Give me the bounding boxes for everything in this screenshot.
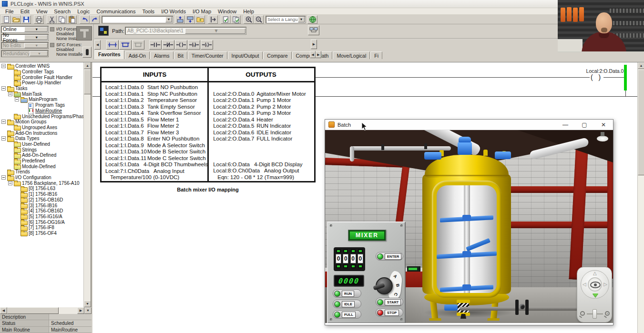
- menu-item-i-o-worlds[interactable]: I/O Worlds: [158, 9, 189, 14]
- bcd-thumbwheel[interactable]: 0000: [334, 247, 365, 271]
- tree-item[interactable]: Trends: [0, 169, 84, 175]
- path-combo-arrow-icon[interactable]: ▼: [185, 28, 245, 34]
- digit-up-button[interactable]: [358, 249, 363, 253]
- thumbwheel-digit[interactable]: 0: [358, 249, 363, 269]
- selector-knob[interactable]: [376, 277, 393, 294]
- tree-item[interactable]: MainTask: [0, 91, 84, 97]
- maximize-icon[interactable]: ▢: [575, 120, 594, 130]
- ote-coil-symbol[interactable]: ( ): [590, 73, 603, 81]
- camera-navigation-pad[interactable]: △ ◁ ▷ - +: [577, 267, 612, 323]
- menu-item-view[interactable]: View: [33, 9, 51, 14]
- collapse-icon[interactable]: [8, 181, 12, 185]
- chevron-down-icon[interactable]: ▼: [30, 51, 48, 56]
- language-select[interactable]: Select a Language...▼: [266, 16, 306, 23]
- thumbwheel-digit[interactable]: 0: [336, 249, 341, 269]
- upload-controller-icon[interactable]: [175, 15, 185, 24]
- tree-item[interactable]: Program Tags: [0, 102, 84, 108]
- tab-input-output[interactable]: Input/Output: [228, 51, 263, 59]
- xic-contact-button[interactable]: [149, 40, 162, 50]
- language-globe-icon[interactable]: [307, 15, 317, 24]
- start-button[interactable]: START: [376, 298, 403, 306]
- xio-contact-button[interactable]: [162, 40, 174, 50]
- chevron-down-icon[interactable]: ▼: [24, 27, 48, 32]
- run-indicator[interactable]: RUN: [333, 289, 361, 298]
- menu-item-logic[interactable]: Logic: [74, 9, 93, 14]
- menu-item-file[interactable]: File: [2, 9, 17, 14]
- cut-icon[interactable]: [47, 15, 57, 24]
- pan-down-icon[interactable]: [593, 293, 598, 297]
- otl-coil-button[interactable]: L: [201, 40, 213, 50]
- path-combo[interactable]: AB_PCIC-1\3\Backplane\1 ▼: [125, 27, 246, 35]
- tab-move-logical[interactable]: Move/Logical: [333, 51, 370, 59]
- who-active-icon[interactable]: [308, 25, 319, 35]
- save-icon[interactable]: [21, 15, 31, 24]
- open-logic-folder-icon[interactable]: [195, 15, 205, 24]
- chevron-down-icon[interactable]: ▼: [24, 35, 48, 40]
- menu-item-window[interactable]: Window: [215, 9, 240, 14]
- digit-down-button[interactable]: [358, 264, 363, 268]
- eye-icon[interactable]: [590, 282, 601, 288]
- tree-item[interactable]: [5] 1756-IG16/A: [0, 214, 84, 220]
- scroll-up-icon[interactable]: ▲: [84, 62, 91, 69]
- tab-timer-counter[interactable]: Timer/Counter: [188, 51, 227, 59]
- tree-item[interactable]: [2] 1756-OB16D: [0, 197, 84, 203]
- idle-indicator[interactable]: IDLE: [333, 300, 361, 308]
- collapse-icon[interactable]: [1, 175, 6, 180]
- zoom-out-icon[interactable]: -: [580, 311, 585, 316]
- enter-button[interactable]: ENTER: [376, 252, 403, 261]
- scroll-right-icon[interactable]: ▶: [77, 307, 84, 314]
- combo-arrow-icon[interactable]: ▼: [298, 17, 305, 22]
- camera-dpad[interactable]: △ ◁ ▷: [581, 270, 609, 299]
- pan-right-icon[interactable]: ▷: [603, 282, 607, 287]
- tree-item[interactable]: MainProgram: [0, 97, 84, 102]
- tree-item[interactable]: Controller WNIS: [0, 63, 84, 69]
- digit-down-button[interactable]: [351, 264, 356, 268]
- menu-item-search[interactable]: Search: [51, 9, 74, 14]
- tab-scroll-left-icon[interactable]: ◀: [310, 51, 316, 58]
- tree-item[interactable]: User-Defined: [0, 141, 84, 147]
- collapse-icon[interactable]: [1, 136, 6, 141]
- redo-icon[interactable]: [90, 15, 100, 24]
- pan-up-icon[interactable]: △: [593, 271, 597, 276]
- new-rung-button[interactable]: [106, 40, 119, 50]
- panel-menu-icon[interactable]: ▼: [84, 307, 92, 314]
- collapse-icon[interactable]: [1, 86, 6, 91]
- zoom-slider-thumb[interactable]: [593, 309, 597, 319]
- verify-project-icon[interactable]: [231, 15, 241, 24]
- full-indicator[interactable]: FULL: [333, 310, 361, 319]
- tree-item[interactable]: Ungrouped Axes: [0, 125, 84, 131]
- download-controller-icon[interactable]: [185, 15, 195, 24]
- ote-coil-button[interactable]: [175, 40, 187, 50]
- scroll-up-icon[interactable]: ▲: [638, 62, 644, 69]
- menu-item-i-o-map[interactable]: I/O Map: [189, 9, 215, 14]
- tree-item[interactable]: [7] 1756-IF8: [0, 225, 84, 231]
- menu-item-tools[interactable]: Tools: [139, 9, 158, 14]
- scrollbar-thumb[interactable]: [638, 70, 644, 175]
- digit-down-button[interactable]: [343, 264, 348, 268]
- collapse-icon[interactable]: [15, 97, 19, 101]
- tree-item[interactable]: MainRoutine: [0, 108, 84, 114]
- collapse-icon[interactable]: [8, 92, 12, 96]
- scroll-down-icon[interactable]: ▼: [84, 301, 91, 307]
- mode-selector[interactable]: A B C: [375, 271, 403, 302]
- tree-item[interactable]: Add-On-Defined: [0, 152, 84, 158]
- ladder-vertical-scrollbar[interactable]: ▲: [637, 62, 644, 333]
- instruction-search-combo[interactable]: ▼: [102, 16, 173, 23]
- scrollbar-thumb[interactable]: [7, 307, 59, 314]
- tree-item[interactable]: [1] 1756-IB16: [0, 192, 84, 197]
- io-forces-indicator[interactable]: [50, 27, 54, 31]
- digit-down-button[interactable]: [336, 264, 341, 268]
- zoom-in-icon[interactable]: [244, 15, 254, 24]
- tree-item[interactable]: Predefined: [0, 158, 84, 164]
- collapse-icon[interactable]: [1, 120, 6, 124]
- digit-up-button[interactable]: [336, 249, 341, 253]
- tree-item[interactable]: Motion Groups: [0, 119, 84, 125]
- digit-up-button[interactable]: [351, 249, 356, 253]
- open-project-icon[interactable]: [11, 15, 21, 24]
- tree-item[interactable]: Unscheduled Programs/Phases: [0, 113, 84, 119]
- tab-scroll-right-icon[interactable]: ▶: [316, 51, 321, 58]
- new-project-icon[interactable]: [1, 15, 11, 24]
- tree-item[interactable]: Strings: [0, 147, 84, 152]
- chevron-down-icon[interactable]: ▼: [24, 43, 48, 48]
- menu-item-communications[interactable]: Communications: [93, 9, 139, 14]
